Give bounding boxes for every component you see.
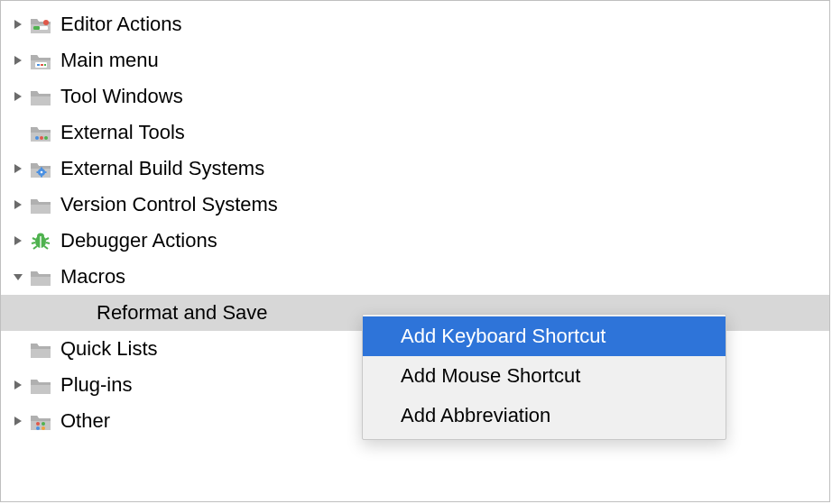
svg-marker-33 xyxy=(14,417,22,426)
svg-line-29 xyxy=(33,246,37,249)
tree-item-label: Macros xyxy=(60,265,125,289)
tree-item-label: Other xyxy=(60,409,110,433)
svg-point-36 xyxy=(36,426,40,430)
disclosure-triangle-icon[interactable] xyxy=(8,55,28,66)
tree-item-label: External Build Systems xyxy=(60,157,264,180)
disclosure-triangle-icon[interactable] xyxy=(8,235,28,246)
menu-item-label: Add Abbreviation xyxy=(401,404,550,427)
tree-item-macros[interactable]: Macros xyxy=(1,259,829,295)
menu-item-add-keyboard-shortcut[interactable]: Add Keyboard Shortcut xyxy=(363,316,726,356)
svg-rect-2 xyxy=(33,26,40,30)
disclosure-triangle-icon[interactable] xyxy=(8,380,28,390)
disclosure-triangle-icon[interactable] xyxy=(8,19,28,30)
tree-item[interactable]: Version Control Systems xyxy=(1,187,829,223)
tree-item[interactable]: Debugger Actions xyxy=(1,223,829,259)
svg-marker-32 xyxy=(14,380,22,389)
folder-icon xyxy=(28,84,53,109)
disclosure-triangle-icon[interactable] xyxy=(8,91,28,102)
menu-item-add-abbreviation[interactable]: Add Abbreviation xyxy=(363,396,726,435)
svg-rect-16 xyxy=(41,168,42,170)
svg-line-25 xyxy=(32,238,36,240)
svg-marker-0 xyxy=(14,20,22,29)
tree-item-label: Quick Lists xyxy=(60,337,158,361)
folder-gear-icon xyxy=(28,156,53,181)
svg-line-26 xyxy=(45,238,49,240)
menu-item-label: Add Keyboard Shortcut xyxy=(401,325,606,348)
tree-item[interactable]: External Build Systems xyxy=(1,151,829,187)
svg-point-11 xyxy=(40,136,43,140)
svg-point-10 xyxy=(35,136,39,140)
svg-marker-4 xyxy=(14,56,22,65)
tree-item[interactable]: External Tools xyxy=(1,115,829,151)
folder-icon xyxy=(28,336,53,362)
svg-marker-20 xyxy=(14,200,22,209)
svg-point-12 xyxy=(44,136,48,140)
tree-item-label: Version Control Systems xyxy=(60,193,278,216)
svg-rect-6 xyxy=(37,64,40,66)
tree-item-label: Reformat and Save xyxy=(97,301,268,325)
svg-point-15 xyxy=(41,171,43,174)
tree-item[interactable]: Main menu xyxy=(1,42,829,78)
svg-marker-9 xyxy=(14,92,22,101)
folder-tools-icon xyxy=(28,120,53,145)
folder-editor-icon xyxy=(28,12,53,37)
tree-item-label: Debugger Actions xyxy=(60,229,217,252)
svg-line-30 xyxy=(44,246,48,249)
bug-icon xyxy=(28,228,53,253)
svg-rect-7 xyxy=(41,64,43,66)
tree-item-label: Main menu xyxy=(60,49,159,72)
menu-item-add-mouse-shortcut[interactable]: Add Mouse Shortcut xyxy=(363,356,726,396)
folder-menu-icon xyxy=(28,48,53,73)
tree-item-label: External Tools xyxy=(60,121,185,144)
svg-marker-21 xyxy=(14,236,22,245)
tree-item-label: Plug-ins xyxy=(60,373,132,397)
tree-item[interactable]: Editor Actions xyxy=(1,6,829,42)
keymap-tree-panel: Editor Actions Main menu Tool Windows Ex… xyxy=(0,0,830,502)
disclosure-triangle-expanded-icon[interactable] xyxy=(8,271,28,282)
svg-point-37 xyxy=(42,426,45,430)
tree-item-label: Tool Windows xyxy=(60,85,183,108)
folder-icon xyxy=(28,264,53,289)
svg-line-28 xyxy=(46,243,50,243)
svg-marker-13 xyxy=(14,164,22,173)
svg-rect-19 xyxy=(45,171,47,173)
menu-item-label: Add Mouse Shortcut xyxy=(401,364,580,388)
svg-rect-8 xyxy=(44,64,46,66)
svg-point-35 xyxy=(42,422,45,426)
svg-line-27 xyxy=(32,243,35,243)
folder-other-icon xyxy=(28,408,53,434)
svg-point-34 xyxy=(36,422,40,426)
folder-icon xyxy=(28,372,53,398)
disclosure-triangle-icon[interactable] xyxy=(8,163,28,174)
svg-rect-18 xyxy=(37,171,39,173)
tree-item-label: Editor Actions xyxy=(60,13,182,36)
context-menu[interactable]: Add Keyboard Shortcut Add Mouse Shortcut… xyxy=(362,314,726,440)
svg-marker-31 xyxy=(14,274,23,280)
folder-icon xyxy=(28,192,53,217)
svg-rect-17 xyxy=(41,176,42,178)
tree-item[interactable]: Tool Windows xyxy=(1,78,829,115)
disclosure-triangle-icon[interactable] xyxy=(8,199,28,210)
svg-point-3 xyxy=(43,20,49,25)
disclosure-triangle-icon[interactable] xyxy=(8,416,28,426)
